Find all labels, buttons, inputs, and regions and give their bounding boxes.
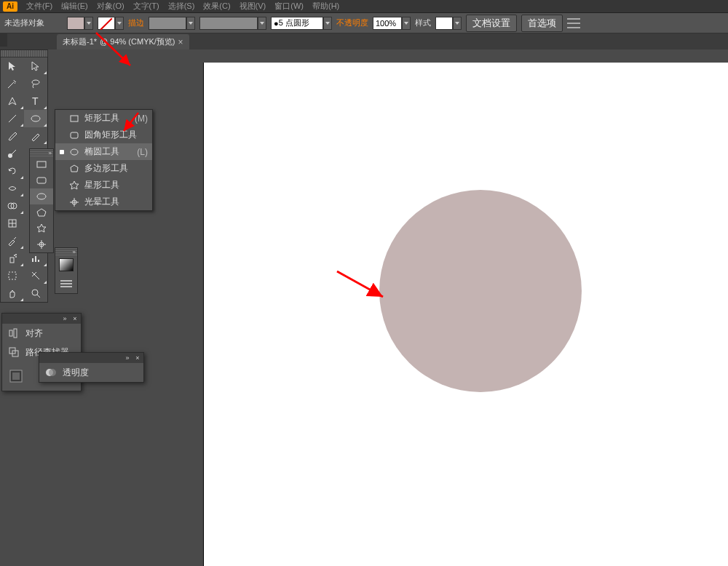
style-dropdown[interactable] xyxy=(453,17,462,30)
dock-collapse-strip[interactable] xyxy=(0,33,7,47)
eyedropper-tool[interactable] xyxy=(1,232,24,250)
panel-header[interactable]: » × xyxy=(39,353,143,363)
menu-select[interactable]: 选择(S) xyxy=(168,1,195,12)
svg-point-33 xyxy=(71,149,78,155)
rectangle-tool-item[interactable]: 矩形工具(M) xyxy=(55,110,152,127)
stroke-profile-dropdown[interactable] xyxy=(258,17,266,30)
opacity-group[interactable]: 100% xyxy=(373,17,411,30)
style-group[interactable] xyxy=(435,17,462,30)
symbol-sprayer-tool[interactable] xyxy=(1,250,24,267)
selection-tool[interactable] xyxy=(1,57,24,75)
ellipse-object[interactable] xyxy=(379,190,582,392)
zoom-icon xyxy=(30,287,41,299)
transparency-row[interactable]: 透明度 xyxy=(39,363,143,382)
shape-tool[interactable] xyxy=(24,110,47,127)
flare-tool-item[interactable]: 光晕工具 xyxy=(55,194,152,210)
mini-panel-gripper[interactable]: » xyxy=(55,248,77,255)
style-swatch[interactable] xyxy=(435,17,453,30)
fill-swatch[interactable] xyxy=(67,17,84,30)
document-tab[interactable]: 未标题-1* @ 94% (CMYK/预览) × xyxy=(57,34,189,49)
tearoff-rrect[interactable] xyxy=(30,172,53,188)
slice-tool[interactable] xyxy=(24,267,47,284)
align-panel-row[interactable]: 对齐 xyxy=(2,324,81,343)
gradient-swatch[interactable] xyxy=(55,255,77,274)
stroke-profile-group[interactable] xyxy=(199,17,266,30)
magic-wand-tool[interactable] xyxy=(1,75,24,92)
blob-brush-tool[interactable] xyxy=(1,145,24,162)
panel-header[interactable]: » × xyxy=(2,314,81,324)
collapse-icon[interactable]: » xyxy=(124,354,131,362)
stroke-weight-group[interactable] xyxy=(149,17,195,30)
ellipse-tool-item[interactable]: 椭圆工具(L) xyxy=(55,143,152,160)
menu-file[interactable]: 文件(F) xyxy=(26,1,52,12)
shape-builder-tool[interactable] xyxy=(1,197,24,215)
tearoff-rect[interactable] xyxy=(30,156,53,172)
rounded-rectangle-tool-item[interactable]: 圆角矩形工具 xyxy=(55,127,152,143)
paintbrush-tool[interactable] xyxy=(1,127,24,145)
svg-point-3 xyxy=(31,116,40,121)
tearoff-star[interactable] xyxy=(30,220,53,236)
thumb-icon[interactable] xyxy=(8,368,24,384)
mesh-tool[interactable] xyxy=(1,215,24,232)
panel-menu-icon[interactable] xyxy=(567,18,580,28)
menu-edit[interactable]: 编辑(E) xyxy=(61,1,88,12)
stroke-profile-input[interactable] xyxy=(199,17,258,30)
brush-definition[interactable]: ● 5 点圆形 xyxy=(271,17,323,30)
tearoff-gripper[interactable]: » xyxy=(30,149,53,156)
tearoff-polygon[interactable] xyxy=(30,204,53,220)
close-icon[interactable]: × xyxy=(71,315,79,322)
star-tool-item[interactable]: 星形工具 xyxy=(55,177,152,194)
chevron-icon: » xyxy=(73,249,76,255)
lasso-tool[interactable] xyxy=(24,75,47,92)
lines-icon xyxy=(60,279,72,289)
pencil-tool[interactable] xyxy=(24,127,47,145)
fill-dropdown[interactable] xyxy=(84,17,93,30)
preferences-button[interactable]: 首选项 xyxy=(521,15,563,32)
polygon-tool-item[interactable]: 多边形工具 xyxy=(55,160,152,177)
menu-type[interactable]: 文字(T) xyxy=(133,1,159,12)
collapse-icon[interactable]: » xyxy=(61,315,68,322)
toolbox-gripper[interactable] xyxy=(1,50,47,57)
stroke-swatch-group[interactable] xyxy=(98,17,124,30)
selection-status: 未选择对象 xyxy=(4,17,63,28)
graph-icon xyxy=(30,252,41,264)
rotate-tool[interactable] xyxy=(1,162,24,180)
swatch-mini-panel: » xyxy=(55,247,78,294)
line-icon xyxy=(7,113,18,124)
artboard-tool[interactable] xyxy=(1,267,24,284)
svg-point-24 xyxy=(15,254,17,255)
brush-def-dropdown[interactable] xyxy=(323,17,332,30)
width-tool[interactable] xyxy=(1,180,24,197)
rect-icon xyxy=(68,113,80,124)
type-tool[interactable]: T xyxy=(24,92,47,110)
svg-text:T: T xyxy=(32,95,39,107)
wand-icon xyxy=(7,78,18,89)
hand-tool[interactable] xyxy=(1,284,24,302)
zoom-tool[interactable] xyxy=(24,284,47,302)
menu-help[interactable]: 帮助(H) xyxy=(312,1,339,12)
opacity-dropdown[interactable] xyxy=(402,17,411,30)
menu-view[interactable]: 视图(V) xyxy=(240,1,266,12)
close-icon[interactable]: × xyxy=(178,37,183,47)
artboard[interactable] xyxy=(204,63,728,566)
document-setup-button[interactable]: 文档设置 xyxy=(466,15,517,32)
line-tool[interactable] xyxy=(1,110,24,127)
opacity-input[interactable]: 100% xyxy=(373,17,402,30)
menu-object[interactable]: 对象(O) xyxy=(97,1,124,12)
close-icon[interactable]: × xyxy=(134,354,141,362)
stroke-alignment[interactable] xyxy=(55,274,77,293)
svg-point-41 xyxy=(37,194,46,199)
stroke-weight-input[interactable] xyxy=(149,17,186,30)
stroke-weight-dropdown[interactable] xyxy=(186,17,195,30)
menu-effect[interactable]: 效果(C) xyxy=(203,1,230,12)
canvas-area[interactable] xyxy=(204,63,728,566)
tearoff-flare[interactable] xyxy=(30,236,53,252)
brush-def-group[interactable]: ● 5 点圆形 xyxy=(271,17,332,30)
pen-tool[interactable] xyxy=(1,92,24,110)
fill-swatch-group[interactable] xyxy=(67,17,93,30)
stroke-swatch[interactable] xyxy=(98,17,115,30)
menu-window[interactable]: 窗口(W) xyxy=(274,1,304,12)
direct-selection-tool[interactable] xyxy=(24,57,47,75)
stroke-dropdown[interactable] xyxy=(115,17,124,30)
tearoff-ellipse[interactable] xyxy=(30,188,53,204)
